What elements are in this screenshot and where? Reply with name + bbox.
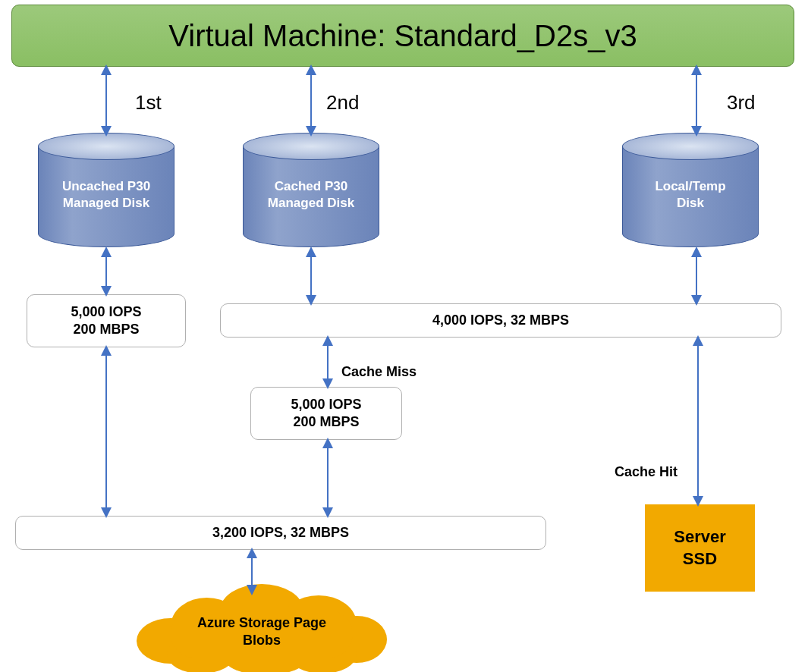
stat-uncached-l2: 200 MBPS xyxy=(73,322,139,337)
disk-uncached: Uncached P30 Managed Disk xyxy=(38,133,174,247)
disk-cached-l2: Managed Disk xyxy=(268,196,354,210)
stat-cached-temp-text: 4,000 IOPS, 32 MBPS xyxy=(432,312,569,329)
stat-uncached: 5,000 IOPS 200 MBPS xyxy=(27,294,186,347)
stat-uncached-l1: 5,000 IOPS xyxy=(71,304,141,319)
cloud-l1: Azure Storage Page xyxy=(197,615,326,630)
stat-uncached-bus-text: 3,200 IOPS, 32 MBPS xyxy=(212,524,349,542)
stat-cache-miss-l1: 5,000 IOPS xyxy=(291,397,361,412)
vm-title: Virtual Machine: Standard_D2s_v3 xyxy=(11,5,794,67)
ordinal-2nd: 2nd xyxy=(326,91,359,115)
disk-cached: Cached P30 Managed Disk xyxy=(243,133,379,247)
cloud-storage: Azure Storage Page Blobs xyxy=(137,584,387,671)
server-ssd-l2: SSD xyxy=(683,549,717,568)
disk-uncached-l1: Uncached P30 xyxy=(62,179,150,193)
server-ssd: Server SSD xyxy=(645,504,755,592)
ordinal-1st: 1st xyxy=(135,91,162,115)
server-ssd-l1: Server xyxy=(674,527,726,546)
vm-title-text: Virtual Machine: Standard_D2s_v3 xyxy=(168,19,637,53)
diagram-canvas: Virtual Machine: Standard_D2s_v3 1st 2nd… xyxy=(0,0,808,672)
disk-cached-l1: Cached P30 xyxy=(275,179,347,193)
stat-cached-temp: 4,000 IOPS, 32 MBPS xyxy=(220,303,781,338)
disk-temp: Local/Temp Disk xyxy=(622,133,759,247)
disk-temp-l2: Disk xyxy=(677,196,704,210)
stat-uncached-bus: 3,200 IOPS, 32 MBPS xyxy=(15,516,546,550)
disk-uncached-l2: Managed Disk xyxy=(63,196,149,210)
ordinal-3rd: 3rd xyxy=(727,91,756,115)
disk-temp-l1: Local/Temp xyxy=(655,179,725,193)
label-cache-hit: Cache Hit xyxy=(615,464,678,480)
label-cache-miss: Cache Miss xyxy=(341,364,417,380)
stat-cache-miss-l2: 200 MBPS xyxy=(293,414,359,429)
stat-cache-miss: 5,000 IOPS 200 MBPS xyxy=(250,387,402,440)
cloud-l2: Blobs xyxy=(243,633,281,648)
